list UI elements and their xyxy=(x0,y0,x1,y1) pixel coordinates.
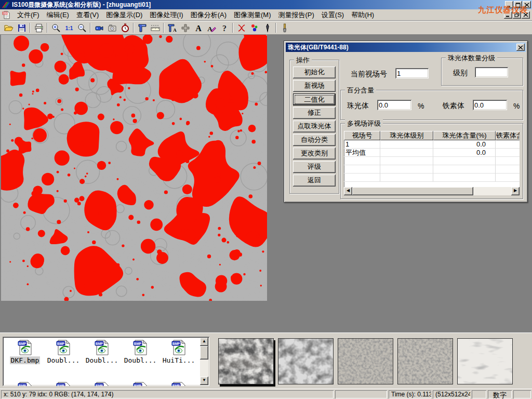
text-label-icon[interactable]: A xyxy=(192,22,205,34)
file-item[interactable]: BMP DKF.bmp xyxy=(6,339,44,364)
menu-item-image-measure[interactable]: 图像测量(M) xyxy=(230,9,275,21)
table-horizontal-scrollbar[interactable]: ◀ ▶ xyxy=(344,187,520,195)
pick-pearlite-button[interactable]: 点取珠光体 xyxy=(293,121,336,132)
grade-group-label: 珠光体数量分级 xyxy=(446,54,497,63)
multi-field-rating-label: 多视场评级 xyxy=(345,119,383,128)
new-field-button[interactable]: 新视场 xyxy=(293,80,336,92)
file-name[interactable]: HuiTi... xyxy=(162,356,196,364)
menu-item-measure-report[interactable]: 测量报告(P) xyxy=(274,9,317,21)
menu-item-file[interactable]: 文件(F) xyxy=(14,9,43,21)
thumbnail-1[interactable] xyxy=(218,338,274,384)
pen-icon[interactable] xyxy=(261,22,274,34)
thumbnail-4[interactable] xyxy=(397,338,453,384)
scrollbar-thumb[interactable] xyxy=(200,346,208,360)
timer-icon[interactable] xyxy=(118,22,131,34)
correct-button[interactable]: 修正 xyxy=(293,107,336,119)
svg-text:BMP: BMP xyxy=(172,342,180,345)
micrograph-image[interactable] xyxy=(1,35,267,301)
ferrite-pct-input[interactable] xyxy=(473,100,507,110)
brush-icon[interactable] xyxy=(278,22,291,34)
close-icon[interactable] xyxy=(523,1,531,8)
measure-text-icon[interactable]: A xyxy=(166,22,179,34)
particle-count-icon[interactable] xyxy=(248,22,261,34)
photo-camera-icon[interactable] xyxy=(105,22,118,34)
file-name[interactable]: Doubl... xyxy=(123,356,158,364)
rating-table: 视场号 珠光体级别 珠光体含量(%) 铁素体含量(%) 1 0.0 xyxy=(344,131,520,194)
scroll-up-icon[interactable]: ▲ xyxy=(200,338,208,346)
file-item[interactable]: BMP Doubl... xyxy=(121,339,159,364)
bmp-file-icon[interactable]: BMP xyxy=(132,381,149,386)
file-item[interactable]: BMP HuiTi... xyxy=(159,339,198,364)
thumbnail-2[interactable] xyxy=(278,338,334,384)
menu-item-help[interactable]: 帮助(H) xyxy=(348,9,378,21)
col-pearlite-grade: 珠光体级别 xyxy=(380,131,433,140)
bmp-file-icon[interactable]: BMP xyxy=(94,381,110,386)
table-row[interactable]: 平均值 0.0 xyxy=(344,149,520,157)
menu-item-image-analysis[interactable]: 图像分析(A) xyxy=(187,9,230,21)
menu-item-image-display[interactable]: 图像显示(D) xyxy=(102,9,146,21)
zoom-out-icon[interactable] xyxy=(75,22,88,34)
table-row-empty[interactable] xyxy=(344,157,520,165)
file-name[interactable]: Doubl... xyxy=(46,356,81,364)
scrollbar-thumb[interactable] xyxy=(352,187,473,195)
print-icon[interactable] xyxy=(32,22,45,34)
svg-text:A: A xyxy=(173,28,177,33)
help-icon[interactable]: ? xyxy=(218,22,231,34)
video-camera-icon[interactable] xyxy=(92,22,105,34)
col-pearlite-content: 珠光体含量(%) xyxy=(433,131,496,140)
mdi-close-icon[interactable] xyxy=(522,11,530,19)
scroll-left-icon[interactable]: ◀ xyxy=(344,187,352,195)
svg-text:BMP: BMP xyxy=(57,342,65,345)
text-edit-icon[interactable]: A xyxy=(205,22,218,34)
svg-text:A: A xyxy=(195,24,202,33)
dialog-close-icon[interactable] xyxy=(516,44,525,51)
scroll-right-icon[interactable]: ▶ xyxy=(511,187,520,195)
percentage-group: 百分含量 珠光体 % 铁素体 % xyxy=(340,90,523,120)
bmp-file-icon: BMP xyxy=(170,339,187,356)
current-field-input[interactable] xyxy=(395,68,429,78)
ruler-icon[interactable] xyxy=(149,22,162,34)
grade-input[interactable] xyxy=(475,67,508,77)
thumbnail-5[interactable] xyxy=(457,338,513,384)
initialize-button[interactable]: 初始化 xyxy=(293,66,336,78)
document-icon[interactable]: DOC xyxy=(2,11,10,19)
return-button[interactable]: 返回 xyxy=(293,175,336,187)
minimize-icon[interactable] xyxy=(505,1,513,8)
bmp-file-icon[interactable]: BMP xyxy=(55,381,72,386)
bmp-file-icon[interactable]: BMP xyxy=(170,381,187,386)
open-file-icon[interactable] xyxy=(2,22,15,34)
menu-item-image-processing[interactable]: 图像处理(I) xyxy=(146,9,187,21)
grid-cross-icon[interactable] xyxy=(179,22,192,34)
actual-size-icon[interactable]: 1:1 xyxy=(62,22,75,34)
binarize-button[interactable]: 二值化 xyxy=(293,94,336,105)
menu-item-settings[interactable]: 设置(S) xyxy=(318,9,348,21)
curve-tool-icon[interactable] xyxy=(235,22,248,34)
dialog-title-bar[interactable]: 珠光体(GB/T9441-88) xyxy=(286,43,526,52)
change-class-button[interactable]: 更改类别 xyxy=(293,148,336,159)
caliper-icon[interactable] xyxy=(136,22,149,34)
menu-item-edit[interactable]: 编辑(E) xyxy=(43,9,73,21)
file-list-scrollbar[interactable]: ▲ ▼ xyxy=(200,338,208,385)
file-item[interactable]: BMP Doubl... xyxy=(44,339,83,364)
maximize-icon[interactable] xyxy=(514,1,522,8)
file-name[interactable]: Doubl... xyxy=(85,356,119,364)
bmp-file-icon[interactable]: BMP xyxy=(17,381,33,386)
table-row-empty[interactable] xyxy=(344,165,520,174)
save-icon[interactable] xyxy=(15,22,28,34)
scroll-down-icon[interactable]: ▼ xyxy=(200,377,208,385)
ferrite-pct-unit: % xyxy=(513,102,520,110)
svg-text:BMP: BMP xyxy=(19,384,26,387)
mdi-minimize-icon[interactable] xyxy=(504,11,512,19)
file-name[interactable]: DKF.bmp xyxy=(10,356,41,364)
thumbnail-3[interactable] xyxy=(338,338,393,384)
rate-button[interactable]: 评级 xyxy=(293,161,336,173)
file-item[interactable]: BMP Doubl... xyxy=(83,339,121,364)
auto-classify-button[interactable]: 自动分类 xyxy=(293,134,336,146)
toolbar-separator xyxy=(232,23,233,33)
menu-item-view[interactable]: 查看(V) xyxy=(73,9,102,21)
zoom-in-icon[interactable] xyxy=(49,22,62,34)
table-row-empty[interactable] xyxy=(344,174,520,182)
table-row[interactable]: 1 0.0 xyxy=(344,140,520,149)
mdi-restore-icon[interactable] xyxy=(513,11,521,19)
pearlite-pct-input[interactable] xyxy=(377,100,411,110)
